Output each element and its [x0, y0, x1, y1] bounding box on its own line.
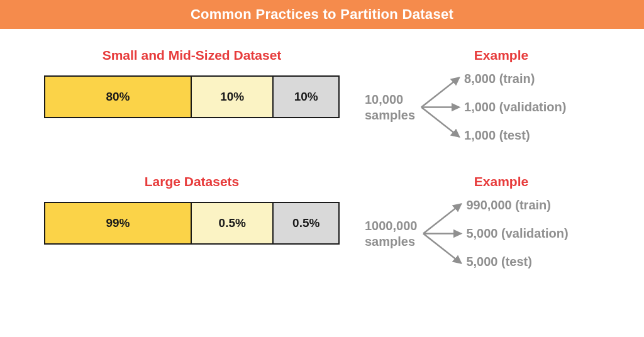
partition-bar: 80% 10% 10% — [44, 75, 340, 118]
svg-line-5 — [423, 234, 461, 263]
split-test: 5,000 (test) — [466, 255, 568, 269]
example-total: 1000,000 samples — [365, 218, 417, 250]
fanout-arrows-icon — [420, 72, 464, 143]
bar-seg-test: 0.5% — [274, 203, 338, 243]
bar-block-small: Small and Mid-Sized Dataset 80% 10% 10% — [44, 48, 340, 118]
example-total-count: 1000,000 — [365, 219, 417, 233]
bar-seg-validation: 10% — [192, 77, 274, 117]
example-row: 1000,000 samples 990,000 (tr — [365, 198, 600, 269]
example-total-unit: samples — [365, 235, 415, 248]
bar-seg-train: 99% — [45, 203, 192, 243]
bar-block-large: Large Datasets 99% 0.5% 0.5% — [44, 174, 340, 245]
split-train: 990,000 (train) — [466, 198, 568, 213]
split-test: 1,000 (test) — [464, 128, 566, 143]
example-block-large: Example 1000,000 samples — [365, 174, 600, 269]
example-splits: 990,000 (train) 5,000 (validation) 5,000… — [422, 198, 568, 269]
diagram-content: Small and Mid-Sized Dataset 80% 10% 10% … — [0, 29, 644, 269]
example-heading: Example — [402, 174, 600, 189]
svg-line-3 — [423, 204, 461, 233]
section-title: Large Datasets — [44, 174, 340, 189]
partition-bar: 99% 0.5% 0.5% — [44, 202, 340, 245]
example-heading: Example — [402, 48, 600, 63]
example-splits: 8,000 (train) 1,000 (validation) 1,000 (… — [420, 72, 566, 143]
bar-seg-train: 80% — [45, 77, 192, 117]
section-title: Small and Mid-Sized Dataset — [44, 48, 340, 63]
banner-title: Common Practices to Partition Dataset — [0, 0, 644, 29]
example-total: 10,000 samples — [365, 92, 415, 123]
svg-line-2 — [421, 108, 459, 137]
example-total-count: 10,000 — [365, 92, 403, 106]
svg-line-0 — [421, 77, 459, 107]
split-train: 8,000 (train) — [464, 72, 566, 86]
example-total-unit: samples — [365, 108, 415, 122]
fanout-arrows-icon — [422, 198, 466, 269]
example-row: 10,000 samples 8,000 (train) — [365, 72, 600, 143]
split-validation: 5,000 (validation) — [466, 226, 568, 241]
split-validation: 1,000 (validation) — [464, 100, 566, 114]
example-block-small: Example 10,000 samples — [365, 48, 600, 143]
section-large: Large Datasets 99% 0.5% 0.5% Example 100… — [44, 174, 600, 269]
bar-seg-test: 10% — [274, 77, 338, 117]
section-small-mid: Small and Mid-Sized Dataset 80% 10% 10% … — [44, 48, 600, 143]
bar-seg-validation: 0.5% — [192, 203, 274, 243]
